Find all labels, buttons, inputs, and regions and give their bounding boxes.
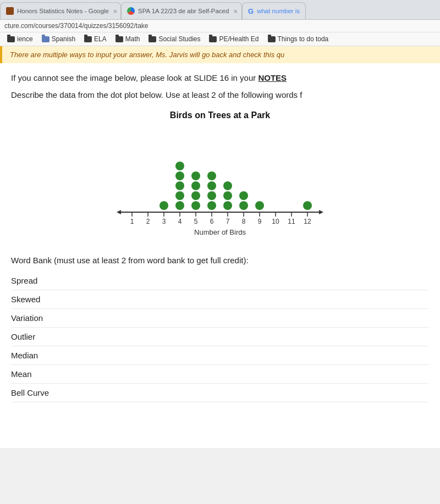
dot-plot-title: Birds on Trees at a Park <box>94 110 346 120</box>
svg-text:11: 11 <box>288 218 295 225</box>
word-bank-list: Spread Skewed Variation Outlier Median M… <box>11 272 429 402</box>
svg-text:Number of Birds: Number of Birds <box>194 228 246 236</box>
svg-text:4: 4 <box>178 218 182 225</box>
bookmarks-bar: ience Spanish ELA Math Social Studies PE… <box>0 32 440 46</box>
bookmark-label-todo: Things to do toda <box>278 35 329 43</box>
word-bank-skewed: Skewed <box>11 290 429 309</box>
dot <box>191 201 200 210</box>
dot <box>223 181 232 190</box>
dot <box>303 201 312 210</box>
word-bank-title: Word Bank (must use at least 2 from word… <box>11 256 429 265</box>
bookmark-folder-ela <box>84 36 92 42</box>
bookmark-ience[interactable]: ience <box>3 34 37 44</box>
tab-icon-notes <box>6 7 14 15</box>
describe-text: Describe the data from the dot plot belo… <box>11 89 429 101</box>
bookmark-label-pe: PE/Health Ed <box>219 35 258 43</box>
dot <box>207 171 216 180</box>
word-bank-bell-curve: Bell Curve <box>11 384 429 402</box>
bookmark-label-social-studies: Social Studies <box>158 35 200 43</box>
main-content: If you cannot see the image below, pleas… <box>0 63 440 448</box>
dot-plot-svg: // We'll draw in SVG directly with stati… <box>110 127 330 242</box>
warning-text: There are multiple ways to input your an… <box>10 51 284 59</box>
tab-spa[interactable]: SPA 1A 22/23 de abr Self-Paced × <box>121 2 242 19</box>
tab-close-notes[interactable]: × <box>112 7 119 15</box>
svg-marker-1 <box>319 210 323 214</box>
word-bank-section: Word Bank (must use at least 2 from word… <box>11 256 429 402</box>
svg-text:5: 5 <box>194 218 198 225</box>
dot <box>255 201 264 210</box>
svg-text:6: 6 <box>210 218 214 225</box>
bookmark-folder-pe <box>209 36 217 42</box>
tab-icon-google: G <box>248 7 254 15</box>
svg-text:8: 8 <box>242 218 246 225</box>
tab-close-spa[interactable]: × <box>232 7 239 15</box>
dot <box>191 181 200 190</box>
tab-statistics-notes[interactable]: Honors Statistics Notes - Google × <box>0 2 121 19</box>
word-bank-median: Median <box>11 346 429 365</box>
tab-icon-spa <box>127 7 135 15</box>
address-bar: cture.com/courses/370014/quizzes/3156092… <box>0 20 440 32</box>
word-bank-spread: Spread <box>11 272 429 290</box>
tab-label-notes: Honors Statistics Notes - Google <box>17 8 109 14</box>
browser-tabs: Honors Statistics Notes - Google × SPA 1… <box>0 0 440 20</box>
dot <box>239 191 248 200</box>
svg-text:3: 3 <box>162 218 166 225</box>
dot <box>207 181 216 190</box>
word-bank-variation: Variation <box>11 309 429 328</box>
dot <box>223 191 232 200</box>
dot <box>175 201 184 210</box>
bookmark-folder-math <box>116 36 123 42</box>
bookmark-folder-todo <box>268 36 276 42</box>
tab-google[interactable]: G what number is <box>242 2 306 19</box>
dot <box>207 201 216 210</box>
svg-text:2: 2 <box>146 218 150 225</box>
bookmark-pe[interactable]: PE/Health Ed <box>205 34 262 44</box>
bookmark-math[interactable]: Math <box>112 34 144 44</box>
bookmark-folder-social-studies <box>148 36 156 42</box>
svg-text:10: 10 <box>272 218 279 225</box>
svg-text:7: 7 <box>226 218 230 225</box>
bookmark-label-ience: ience <box>17 35 33 43</box>
svg-text:12: 12 <box>304 218 311 225</box>
dot <box>175 191 184 200</box>
bookmark-todo[interactable]: Things to do toda <box>264 34 333 44</box>
svg-text:1: 1 <box>130 218 134 225</box>
dot <box>191 191 200 200</box>
dot <box>175 181 184 190</box>
instruction-text-1: If you cannot see the image below, pleas… <box>11 72 429 84</box>
dot <box>223 201 232 210</box>
svg-text:9: 9 <box>258 218 262 225</box>
dot <box>239 201 248 210</box>
notes-link: NOTES <box>258 73 287 82</box>
bookmark-label-math: Math <box>125 35 140 43</box>
svg-marker-2 <box>117 210 121 214</box>
warning-banner: There are multiple ways to input your an… <box>0 46 440 63</box>
bookmark-folder-ience <box>7 36 15 42</box>
tab-label-spa: SPA 1A 22/23 de abr Self-Paced <box>138 8 229 14</box>
dot <box>207 191 216 200</box>
dot <box>160 201 168 210</box>
bookmark-spanish[interactable]: Spanish <box>38 34 79 44</box>
describe-label: Describe the data from the dot plot belo… <box>11 90 302 99</box>
bookmark-label-spanish: Spanish <box>52 35 75 43</box>
dot <box>175 171 184 180</box>
dot <box>191 171 200 180</box>
word-bank-mean: Mean <box>11 365 429 384</box>
bookmark-folder-spanish <box>42 36 50 42</box>
bookmark-social-studies[interactable]: Social Studies <box>145 34 204 44</box>
bookmark-label-ela: ELA <box>94 35 107 43</box>
word-bank-outlier: Outlier <box>11 328 429 346</box>
bookmark-ela[interactable]: ELA <box>80 34 111 44</box>
dot-plot-container: Birds on Trees at a Park // We'll draw i… <box>94 110 346 242</box>
tab-label-google: what number is <box>257 8 300 14</box>
dot <box>175 162 184 170</box>
address-text[interactable]: cture.com/courses/370014/quizzes/3156092… <box>4 22 148 30</box>
